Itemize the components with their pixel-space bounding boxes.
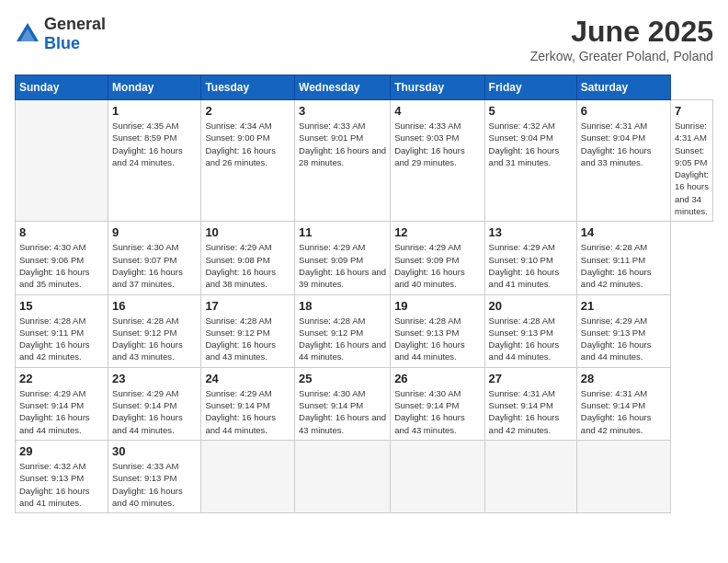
day-number: 28 bbox=[581, 372, 666, 385]
day-info: Sunrise: 4:35 AMSunset: 8:59 PMDaylight:… bbox=[112, 120, 197, 168]
day-info: Sunrise: 4:29 AMSunset: 9:09 PMDaylight:… bbox=[299, 241, 386, 290]
day-info: Sunrise: 4:32 AMSunset: 9:13 PMDaylight:… bbox=[19, 460, 104, 509]
day-number: 9 bbox=[112, 225, 197, 239]
day-number: 26 bbox=[394, 372, 480, 385]
day-cell-26: 26Sunrise: 4:30 AMSunset: 9:14 PMDayligh… bbox=[391, 367, 484, 440]
logo: General Blue bbox=[15, 15, 106, 53]
day-cell-22: 22Sunrise: 4:29 AMSunset: 9:14 PMDayligh… bbox=[16, 367, 108, 440]
day-info: Sunrise: 4:29 AMSunset: 9:13 PMDaylight:… bbox=[581, 315, 666, 363]
day-cell-8: 8Sunrise: 4:30 AMSunset: 9:06 PMDaylight… bbox=[16, 222, 108, 294]
day-cell-23: 23Sunrise: 4:29 AMSunset: 9:14 PMDayligh… bbox=[108, 367, 201, 440]
calendar-table: SundayMondayTuesdayWednesdayThursdayFrid… bbox=[15, 75, 713, 513]
day-number: 16 bbox=[112, 299, 197, 313]
day-cell-9: 9Sunrise: 4:30 AMSunset: 9:07 PMDaylight… bbox=[108, 222, 201, 294]
day-cell-18: 18Sunrise: 4:28 AMSunset: 9:12 PMDayligh… bbox=[295, 294, 391, 367]
day-cell-3: 3Sunrise: 4:33 AMSunset: 9:01 PMDaylight… bbox=[295, 100, 391, 222]
day-number: 17 bbox=[205, 299, 290, 313]
day-number: 11 bbox=[299, 225, 386, 239]
day-number: 2 bbox=[205, 104, 290, 118]
day-number: 15 bbox=[19, 299, 104, 313]
weekday-header-thursday: Thursday bbox=[391, 75, 484, 100]
day-info: Sunrise: 4:30 AMSunset: 9:06 PMDaylight:… bbox=[19, 241, 104, 290]
calendar-week-1: 1Sunrise: 4:35 AMSunset: 8:59 PMDaylight… bbox=[16, 100, 713, 222]
calendar-week-2: 8Sunrise: 4:30 AMSunset: 9:06 PMDaylight… bbox=[16, 222, 713, 294]
day-number: 3 bbox=[299, 104, 386, 118]
day-cell-4: 4Sunrise: 4:33 AMSunset: 9:03 PMDaylight… bbox=[391, 100, 484, 222]
day-info: Sunrise: 4:33 AMSunset: 9:03 PMDaylight:… bbox=[394, 120, 480, 168]
day-info: Sunrise: 4:29 AMSunset: 9:08 PMDaylight:… bbox=[205, 241, 290, 290]
day-cell-15: 15Sunrise: 4:28 AMSunset: 9:11 PMDayligh… bbox=[16, 294, 108, 367]
day-number: 1 bbox=[112, 104, 197, 118]
day-info: Sunrise: 4:31 AMSunset: 9:14 PMDaylight:… bbox=[581, 387, 666, 436]
day-number: 23 bbox=[112, 372, 197, 385]
day-cell-30: 30Sunrise: 4:33 AMSunset: 9:13 PMDayligh… bbox=[108, 440, 201, 512]
day-cell-21: 21Sunrise: 4:29 AMSunset: 9:13 PMDayligh… bbox=[576, 294, 670, 367]
day-number: 20 bbox=[489, 299, 573, 313]
day-number: 29 bbox=[19, 444, 104, 458]
day-cell-14: 14Sunrise: 4:28 AMSunset: 9:11 PMDayligh… bbox=[576, 222, 670, 294]
day-info: Sunrise: 4:28 AMSunset: 9:11 PMDaylight:… bbox=[581, 241, 666, 290]
logo-text-general: General bbox=[44, 15, 106, 33]
day-cell-16: 16Sunrise: 4:28 AMSunset: 9:12 PMDayligh… bbox=[108, 294, 201, 367]
weekday-header-sunday: Sunday bbox=[16, 75, 108, 100]
day-cell-20: 20Sunrise: 4:28 AMSunset: 9:13 PMDayligh… bbox=[484, 294, 576, 367]
location-title: Zerkow, Greater Poland, Poland bbox=[530, 49, 713, 63]
day-info: Sunrise: 4:28 AMSunset: 9:13 PMDaylight:… bbox=[489, 315, 573, 363]
day-number: 25 bbox=[299, 372, 386, 385]
weekday-header-wednesday: Wednesday bbox=[295, 75, 391, 100]
day-info: Sunrise: 4:28 AMSunset: 9:11 PMDaylight:… bbox=[19, 315, 104, 363]
month-title: June 2025 bbox=[530, 15, 713, 49]
title-area: June 2025 Zerkow, Greater Poland, Poland bbox=[530, 15, 713, 63]
weekday-header-tuesday: Tuesday bbox=[201, 75, 295, 100]
day-info: Sunrise: 4:28 AMSunset: 9:13 PMDaylight:… bbox=[394, 315, 480, 363]
day-number: 7 bbox=[675, 104, 709, 118]
day-info: Sunrise: 4:29 AMSunset: 9:09 PMDaylight:… bbox=[394, 241, 480, 290]
day-cell-13: 13Sunrise: 4:29 AMSunset: 9:10 PMDayligh… bbox=[484, 222, 576, 294]
day-cell-27: 27Sunrise: 4:31 AMSunset: 9:14 PMDayligh… bbox=[484, 367, 576, 440]
day-number: 21 bbox=[581, 299, 666, 313]
calendar-header: SundayMondayTuesdayWednesdayThursdayFrid… bbox=[16, 75, 713, 100]
day-info: Sunrise: 4:33 AMSunset: 9:13 PMDaylight:… bbox=[112, 460, 197, 509]
day-info: Sunrise: 4:29 AMSunset: 9:10 PMDaylight:… bbox=[489, 241, 573, 290]
day-number: 13 bbox=[489, 225, 573, 239]
day-number: 24 bbox=[205, 372, 290, 385]
empty-cell bbox=[201, 440, 295, 512]
logo-icon bbox=[15, 21, 40, 47]
day-info: Sunrise: 4:33 AMSunset: 9:01 PMDaylight:… bbox=[299, 120, 386, 168]
empty-cell bbox=[295, 440, 391, 512]
day-info: Sunrise: 4:30 AMSunset: 9:14 PMDaylight:… bbox=[394, 387, 480, 436]
empty-cell bbox=[16, 100, 108, 222]
day-number: 27 bbox=[489, 372, 573, 385]
day-number: 5 bbox=[489, 104, 573, 118]
day-cell-10: 10Sunrise: 4:29 AMSunset: 9:08 PMDayligh… bbox=[201, 222, 295, 294]
day-info: Sunrise: 4:28 AMSunset: 9:12 PMDaylight:… bbox=[299, 315, 386, 363]
weekday-header-saturday: Saturday bbox=[576, 75, 670, 100]
day-cell-6: 6Sunrise: 4:31 AMSunset: 9:04 PMDaylight… bbox=[576, 100, 670, 222]
day-number: 30 bbox=[112, 444, 197, 458]
day-info: Sunrise: 4:28 AMSunset: 9:12 PMDaylight:… bbox=[112, 315, 197, 363]
empty-cell bbox=[576, 440, 670, 512]
day-info: Sunrise: 4:31 AMSunset: 9:04 PMDaylight:… bbox=[581, 120, 666, 168]
day-cell-7: 7Sunrise: 4:31 AMSunset: 9:05 PMDaylight… bbox=[670, 100, 712, 222]
day-info: Sunrise: 4:29 AMSunset: 9:14 PMDaylight:… bbox=[19, 387, 104, 436]
day-number: 19 bbox=[394, 299, 480, 313]
empty-cell bbox=[484, 440, 576, 512]
day-info: Sunrise: 4:29 AMSunset: 9:14 PMDaylight:… bbox=[205, 387, 290, 436]
day-info: Sunrise: 4:34 AMSunset: 9:00 PMDaylight:… bbox=[205, 120, 290, 168]
empty-cell bbox=[391, 440, 484, 512]
day-info: Sunrise: 4:28 AMSunset: 9:12 PMDaylight:… bbox=[205, 315, 290, 363]
day-cell-19: 19Sunrise: 4:28 AMSunset: 9:13 PMDayligh… bbox=[391, 294, 484, 367]
logo-text-blue: Blue bbox=[44, 34, 80, 52]
day-cell-25: 25Sunrise: 4:30 AMSunset: 9:14 PMDayligh… bbox=[295, 367, 391, 440]
day-cell-29: 29Sunrise: 4:32 AMSunset: 9:13 PMDayligh… bbox=[16, 440, 108, 512]
day-number: 12 bbox=[394, 225, 480, 239]
day-cell-24: 24Sunrise: 4:29 AMSunset: 9:14 PMDayligh… bbox=[201, 367, 295, 440]
day-info: Sunrise: 4:31 AMSunset: 9:05 PMDaylight:… bbox=[675, 120, 709, 217]
day-cell-12: 12Sunrise: 4:29 AMSunset: 9:09 PMDayligh… bbox=[391, 222, 484, 294]
calendar-week-5: 29Sunrise: 4:32 AMSunset: 9:13 PMDayligh… bbox=[16, 440, 713, 512]
day-cell-2: 2Sunrise: 4:34 AMSunset: 9:00 PMDaylight… bbox=[201, 100, 295, 222]
calendar-week-3: 15Sunrise: 4:28 AMSunset: 9:11 PMDayligh… bbox=[16, 294, 713, 367]
day-cell-17: 17Sunrise: 4:28 AMSunset: 9:12 PMDayligh… bbox=[201, 294, 295, 367]
header: General Blue June 2025 Zerkow, Greater P… bbox=[15, 15, 713, 63]
day-info: Sunrise: 4:29 AMSunset: 9:14 PMDaylight:… bbox=[112, 387, 197, 436]
